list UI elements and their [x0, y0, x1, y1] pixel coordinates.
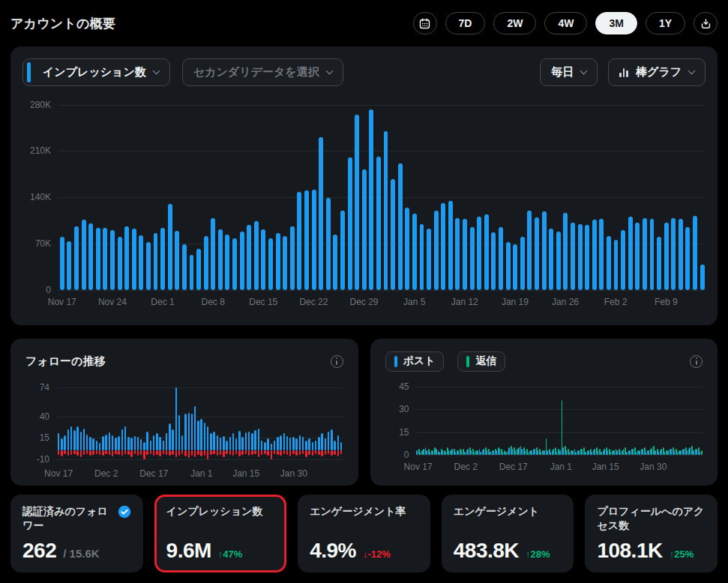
- bar[interactable]: [76, 426, 78, 450]
- bar[interactable]: [645, 452, 646, 455]
- bar[interactable]: [132, 229, 136, 290]
- bar[interactable]: [210, 450, 211, 455]
- bar[interactable]: [226, 450, 227, 454]
- bar[interactable]: [511, 449, 513, 455]
- info-icon[interactable]: [690, 355, 703, 368]
- bar[interactable]: [499, 449, 500, 455]
- bar[interactable]: [463, 219, 467, 290]
- bar[interactable]: [483, 449, 484, 455]
- bar[interactable]: [190, 255, 194, 290]
- bar[interactable]: [241, 437, 243, 450]
- bar[interactable]: [127, 437, 129, 450]
- bar[interactable]: [175, 231, 179, 290]
- bar[interactable]: [137, 437, 139, 450]
- bar[interactable]: [664, 452, 666, 455]
- bar[interactable]: [211, 218, 215, 290]
- bar[interactable]: [569, 452, 571, 455]
- bar[interactable]: [670, 449, 672, 455]
- bar[interactable]: [251, 433, 253, 450]
- bar[interactable]: [150, 441, 151, 451]
- bar[interactable]: [163, 450, 164, 454]
- bar[interactable]: [96, 441, 97, 451]
- bar[interactable]: [326, 198, 331, 290]
- bar[interactable]: [247, 225, 251, 290]
- bar[interactable]: [292, 450, 294, 454]
- bar[interactable]: [251, 450, 253, 455]
- bar[interactable]: [355, 115, 359, 290]
- bar[interactable]: [229, 450, 231, 455]
- bar[interactable]: [74, 226, 79, 290]
- bar[interactable]: [376, 157, 381, 290]
- bar[interactable]: [276, 233, 280, 290]
- bar[interactable]: [248, 450, 250, 456]
- bar[interactable]: [571, 223, 575, 290]
- bar[interactable]: [156, 450, 157, 455]
- bar[interactable]: [182, 244, 187, 290]
- bar[interactable]: [271, 444, 272, 450]
- bar[interactable]: [457, 450, 459, 455]
- bar[interactable]: [156, 433, 157, 450]
- bar[interactable]: [619, 452, 621, 455]
- bar[interactable]: [405, 208, 409, 290]
- bar[interactable]: [283, 433, 285, 450]
- bar[interactable]: [241, 450, 243, 455]
- bar[interactable]: [518, 447, 520, 455]
- bar[interactable]: [175, 387, 177, 450]
- bar[interactable]: [464, 452, 466, 455]
- bar[interactable]: [232, 433, 234, 450]
- bar[interactable]: [315, 450, 316, 454]
- bar[interactable]: [121, 429, 123, 450]
- bar[interactable]: [333, 235, 337, 290]
- bar[interactable]: [321, 433, 322, 450]
- bar[interactable]: [264, 450, 265, 454]
- bar[interactable]: [652, 447, 653, 455]
- bar[interactable]: [693, 450, 694, 455]
- bar[interactable]: [642, 449, 643, 455]
- bar[interactable]: [673, 450, 675, 455]
- bar[interactable]: [127, 450, 129, 455]
- bar[interactable]: [115, 438, 116, 450]
- bar[interactable]: [505, 452, 507, 455]
- bar[interactable]: [629, 450, 631, 455]
- bar[interactable]: [258, 450, 259, 457]
- bar[interactable]: [283, 236, 287, 290]
- bar[interactable]: [305, 450, 307, 457]
- bar[interactable]: [398, 163, 403, 290]
- bar[interactable]: [70, 426, 72, 450]
- primary-metric-dropdown[interactable]: インプレッション数: [22, 58, 170, 86]
- bar[interactable]: [290, 226, 295, 290]
- bar[interactable]: [118, 450, 119, 455]
- bar[interactable]: [76, 450, 78, 456]
- bar[interactable]: [213, 432, 214, 450]
- bar[interactable]: [166, 433, 167, 450]
- bar[interactable]: [105, 435, 106, 451]
- bar[interactable]: [427, 229, 431, 290]
- bar[interactable]: [223, 436, 224, 450]
- bar[interactable]: [470, 227, 475, 290]
- bar[interactable]: [661, 449, 662, 455]
- bar[interactable]: [547, 450, 548, 455]
- bar[interactable]: [207, 450, 208, 459]
- bar[interactable]: [248, 432, 250, 450]
- bar[interactable]: [274, 450, 275, 454]
- bar[interactable]: [556, 452, 558, 455]
- bar[interactable]: [61, 450, 62, 456]
- bar[interactable]: [686, 450, 688, 455]
- bar[interactable]: [159, 437, 160, 450]
- bar[interactable]: [289, 438, 291, 450]
- bar[interactable]: [163, 441, 164, 451]
- bar[interactable]: [235, 450, 237, 454]
- bar[interactable]: [223, 450, 224, 457]
- bar[interactable]: [121, 450, 123, 456]
- bar[interactable]: [169, 450, 170, 456]
- bar[interactable]: [334, 441, 335, 451]
- bar[interactable]: [302, 450, 304, 454]
- bar[interactable]: [439, 452, 440, 455]
- bar[interactable]: [191, 414, 193, 450]
- bar[interactable]: [254, 221, 259, 290]
- bar[interactable]: [181, 450, 183, 454]
- bar[interactable]: [302, 437, 304, 450]
- bar[interactable]: [299, 450, 301, 455]
- bar[interactable]: [235, 438, 237, 450]
- bar[interactable]: [655, 450, 656, 455]
